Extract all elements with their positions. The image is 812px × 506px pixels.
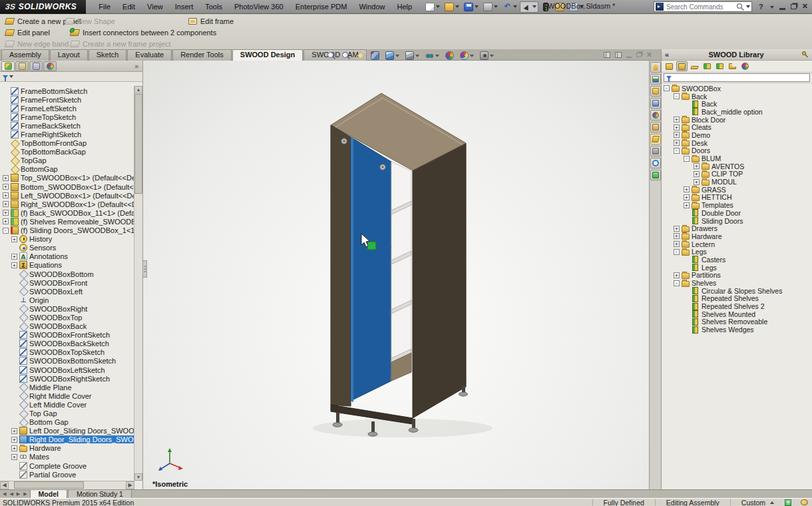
file-explorer-button[interactable] xyxy=(650,98,661,109)
expand-toggle-icon[interactable]: + xyxy=(674,241,680,247)
ribbon-tab[interactable]: Render Tools xyxy=(172,49,232,61)
custom-properties-button[interactable] xyxy=(650,122,661,132)
library-tree-item[interactable]: + Templates xyxy=(662,201,812,209)
dropdown-caret-icon[interactable] xyxy=(435,55,439,57)
tree-horizontal-scrollbar[interactable]: ◀ ▶ xyxy=(0,481,134,489)
doc-minimize-icon[interactable] xyxy=(626,57,632,59)
dropdown-caret-icon[interactable] xyxy=(455,5,459,8)
expand-toggle-icon[interactable]: + xyxy=(11,445,17,451)
minimize-icon[interactable] xyxy=(779,8,785,10)
display-style-button[interactable] xyxy=(403,50,421,61)
library-tree-item[interactable]: + Cleats xyxy=(662,123,812,131)
tree-vertical-scrollbar[interactable]: ▲ ▼ xyxy=(134,86,142,481)
create-new-panel[interactable]: Create a new panel xyxy=(5,17,65,25)
expand-toggle-icon[interactable]: + xyxy=(11,428,17,434)
tab-nav-icon[interactable]: ◀ xyxy=(2,491,7,497)
open-button[interactable] xyxy=(443,1,461,13)
expand-toggle-icon[interactable]: + xyxy=(684,202,690,208)
drag-handle[interactable] xyxy=(367,242,376,250)
library-tree-item[interactable]: Back_middle option xyxy=(662,108,812,116)
library-tree-item[interactable]: + Drawers xyxy=(662,224,812,232)
tree-item[interactable]: FrameBottomSketch xyxy=(0,87,134,95)
edit-frame[interactable]: Edit frame xyxy=(188,17,234,25)
library-tree-item[interactable]: + CLIP TOP xyxy=(662,170,812,178)
expand-toggle-icon[interactable]: - xyxy=(664,85,670,91)
expand-toggle-icon[interactable]: - xyxy=(674,249,680,255)
expand-toggle-icon[interactable]: + xyxy=(694,179,700,185)
expand-toggle-icon[interactable]: - xyxy=(674,148,680,154)
expand-toggle-icon[interactable]: + xyxy=(674,233,680,239)
tree-item[interactable]: + Bottom_SWOODBox<1> (Default<<Default> xyxy=(0,182,134,191)
ribbon-tab[interactable]: SWOOD Design xyxy=(232,49,304,61)
expand-toggle-icon[interactable]: + xyxy=(674,132,680,138)
menu-item[interactable]: View xyxy=(141,1,169,12)
panel-expand-chevron-icon[interactable]: » xyxy=(134,63,141,70)
menu-item[interactable]: PhotoView 360 xyxy=(228,1,290,12)
camera-button[interactable] xyxy=(478,50,496,61)
tree-item[interactable]: - (f) Sliding Doors_SWOODBox_1<1> (Defau… xyxy=(0,226,134,235)
ribbon-tab[interactable]: Evaluate xyxy=(127,49,172,61)
tab-featuremanager[interactable] xyxy=(1,61,15,71)
home-button[interactable] xyxy=(650,62,661,73)
tab-nav-icon[interactable]: ◀ xyxy=(9,491,13,497)
swood-reports-button[interactable] xyxy=(650,170,661,180)
tree-item[interactable]: + Top_SWOODBox<1> (Default<<Default>_Dis xyxy=(0,174,134,182)
scroll-up-icon[interactable]: ▲ xyxy=(134,86,142,93)
library-tree-item[interactable]: + Desk xyxy=(662,139,812,147)
expand-toggle-icon[interactable]: + xyxy=(674,140,680,146)
library-tree-item[interactable]: + HETTICH xyxy=(662,194,812,202)
tab-propertymanager[interactable] xyxy=(15,61,29,71)
save-button[interactable] xyxy=(462,1,481,13)
unit-dropdown-icon[interactable] xyxy=(770,501,774,504)
cabinet-right-side[interactable] xyxy=(413,143,466,418)
library-tree-item[interactable]: + AVENTOS xyxy=(662,162,812,170)
menu-item[interactable]: Insert xyxy=(169,1,200,12)
filter-icon[interactable] xyxy=(3,75,8,79)
tree-item[interactable]: Origin xyxy=(0,296,134,304)
tree-item[interactable]: + Left Door_Sliding Doors_SWOODBox_1<1 xyxy=(0,427,134,435)
tree-item[interactable]: TopBottomBackGap xyxy=(0,148,134,156)
restore-icon[interactable] xyxy=(791,4,797,9)
tree-item[interactable]: Top Gap xyxy=(0,409,134,417)
library-tree-item[interactable]: Repeated Shelves xyxy=(662,295,812,303)
library-tree-item[interactable]: Shelves Wedges xyxy=(662,326,812,334)
expand-toggle-icon[interactable]: + xyxy=(684,194,690,200)
resources-button[interactable] xyxy=(650,74,661,85)
collapse-panel-icon[interactable]: « xyxy=(665,51,669,59)
expand-toggle-icon[interactable]: + xyxy=(674,226,680,232)
tree-item[interactable]: + Right_SWOODBox<1> (Default<<Default>_D xyxy=(0,200,134,208)
library-tree-item[interactable]: Double Door xyxy=(662,209,812,217)
tab-nav-icon[interactable]: ▶ xyxy=(23,491,27,497)
tree-item[interactable]: SWOODBoxBottom xyxy=(0,270,134,278)
menu-item[interactable]: Help xyxy=(391,1,419,12)
ribbon-tab[interactable]: Sketch xyxy=(89,49,127,61)
library-box-active-button[interactable] xyxy=(676,61,688,71)
pane-left-icon[interactable] xyxy=(604,52,610,58)
expand-toggle-icon[interactable]: - xyxy=(674,280,680,286)
dropdown-caret-icon[interactable] xyxy=(415,55,419,57)
tree-item[interactable]: Middle Plane xyxy=(0,383,134,391)
pane-right-icon[interactable] xyxy=(615,52,622,58)
library-box-button[interactable] xyxy=(664,61,675,71)
dropdown-caret-icon[interactable] xyxy=(490,55,494,57)
menu-item[interactable]: Window xyxy=(353,1,391,12)
menu-item[interactable]: Edit xyxy=(116,1,141,12)
search-commands-input[interactable] xyxy=(666,3,736,11)
expand-toggle-icon[interactable]: + xyxy=(11,437,17,443)
tree-item[interactable]: FrameFrontSketch xyxy=(0,95,134,104)
tree-item[interactable]: + Left_SWOODBox<1> (Default<<Default>_Di… xyxy=(0,191,134,200)
dropdown-caret-icon[interactable] xyxy=(395,55,399,57)
new-document-button[interactable] xyxy=(423,1,442,13)
dropdown-caret-icon[interactable] xyxy=(475,5,479,8)
expand-toggle-icon[interactable]: + xyxy=(684,186,690,192)
library-tree-item[interactable]: Shelves Removeable xyxy=(662,318,812,326)
zoom-to-area-button[interactable] xyxy=(339,50,352,61)
insert-connectors[interactable]: Insert connectors between 2 components xyxy=(71,29,216,37)
doc-restore-icon[interactable] xyxy=(636,53,642,57)
tree-item[interactable]: + Hardware xyxy=(0,444,134,453)
expand-toggle-icon[interactable]: - xyxy=(684,156,690,162)
menu-item[interactable]: File xyxy=(93,1,116,12)
magnifier-icon[interactable] xyxy=(736,3,745,11)
expand-toggle-icon[interactable]: - xyxy=(674,93,680,99)
expand-toggle-icon[interactable]: + xyxy=(674,117,680,123)
